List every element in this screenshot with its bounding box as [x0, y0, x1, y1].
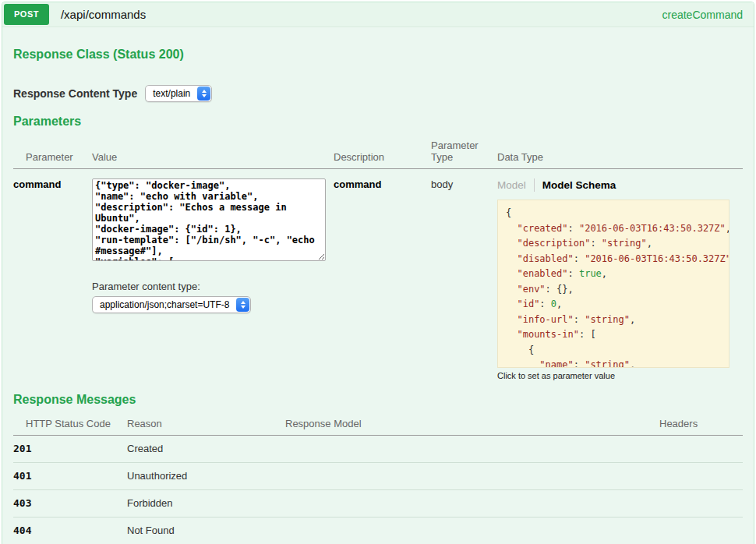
response-content-type-value: text/plain — [153, 88, 197, 99]
reason-cell: Created — [127, 436, 285, 463]
reason-cell: Forbidden — [127, 490, 285, 518]
status-code-cell: 201 — [13, 436, 127, 463]
model-schema-tab[interactable]: Model Schema — [535, 179, 616, 191]
response-messages-header-row: HTTP Status Code Reason Response Model H… — [13, 413, 743, 436]
response-messages-title: Response Messages — [13, 393, 743, 407]
param-value-textarea[interactable]: {"type": "docker-image", "name": "echo w… — [92, 178, 326, 261]
param-name: command — [13, 169, 92, 381]
response-content-type-row: Response Content Type text/plain — [13, 85, 743, 102]
operation-heading: POST /xapi/commands createCommand — [2, 2, 754, 27]
operation-panel: POST /xapi/commands createCommand Respon… — [2, 2, 754, 544]
status-code-cell: 403 — [13, 490, 127, 518]
response-model-cell — [285, 490, 659, 518]
param-data-type-cell: Model Model Schema { "created": "2016-06… — [497, 169, 743, 381]
response-row: 403 Forbidden — [13, 490, 743, 518]
parameters-header-row: Parameter Value Description Parameter Ty… — [13, 135, 743, 169]
response-row: 404 Not Found — [13, 518, 743, 544]
model-tabs: Model Model Schema — [497, 178, 737, 192]
response-content-type-select[interactable]: text/plain — [145, 85, 212, 102]
headers-cell — [659, 463, 743, 490]
col-parameter-type: Parameter Type — [431, 135, 497, 169]
reason-cell: Unauthorized — [127, 463, 285, 490]
col-http-status-code: HTTP Status Code — [13, 413, 127, 436]
reason-cell: Not Found — [127, 518, 285, 544]
col-description: Description — [334, 135, 431, 169]
endpoint-path[interactable]: /xapi/commands — [61, 8, 146, 21]
headers-cell — [659, 436, 743, 463]
col-value: Value — [92, 135, 334, 169]
schema-caption: Click to set as parameter value — [497, 371, 737, 380]
select-stepper-icon — [197, 87, 210, 101]
col-parameter: Parameter — [13, 135, 92, 169]
parameters-title: Parameters — [13, 115, 743, 129]
operation-nickname: createCommand — [662, 9, 744, 21]
select-stepper-icon — [236, 298, 249, 312]
model-schema-json[interactable]: { "created": "2016-06-03T16:43:50.327Z",… — [497, 200, 730, 368]
col-response-model: Response Model — [285, 413, 659, 436]
param-content-type-value: application/json;charset=UTF-8 — [100, 299, 236, 310]
col-reason: Reason — [127, 413, 285, 436]
parameters-table: Parameter Value Description Parameter Ty… — [13, 135, 743, 380]
col-data-type: Data Type — [497, 135, 743, 169]
col-headers: Headers — [659, 413, 743, 436]
response-row: 401 Unauthorized — [13, 463, 743, 490]
response-messages-table: HTTP Status Code Reason Response Model H… — [13, 413, 743, 544]
param-content-type-label: Parameter content type: — [92, 281, 327, 292]
response-model-cell — [285, 436, 659, 463]
model-tab[interactable]: Model — [497, 179, 534, 191]
response-model-cell — [285, 518, 659, 544]
param-value-cell: {"type": "docker-image", "name": "echo w… — [92, 169, 334, 381]
param-description: command — [334, 169, 431, 381]
operation-content: Response Class (Status 200) Response Con… — [2, 27, 754, 544]
response-row: 201 Created — [13, 436, 743, 463]
headers-cell — [659, 518, 743, 544]
param-content-type-select[interactable]: application/json;charset=UTF-8 — [92, 296, 251, 313]
headers-cell — [659, 490, 743, 518]
method-badge[interactable]: POST — [4, 4, 49, 25]
response-class-title: Response Class (Status 200) — [13, 48, 743, 62]
parameter-row: command {"type": "docker-image", "name":… — [13, 169, 743, 381]
param-type: body — [431, 169, 497, 381]
status-code-cell: 401 — [13, 463, 127, 490]
status-code-cell: 404 — [13, 518, 127, 544]
response-model-cell — [285, 463, 659, 490]
response-content-type-label: Response Content Type — [13, 87, 137, 100]
